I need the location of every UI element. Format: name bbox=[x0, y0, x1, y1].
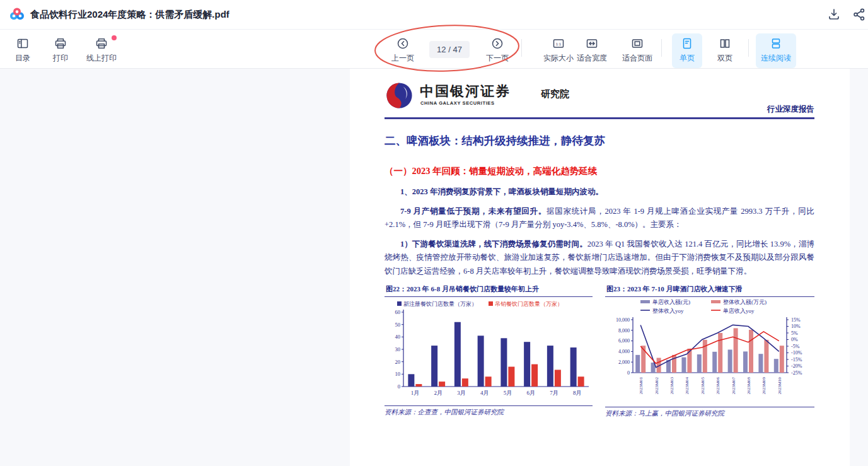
share-icon bbox=[852, 7, 867, 22]
galaxy-securities-logo bbox=[385, 81, 414, 110]
svg-text:20: 20 bbox=[395, 359, 401, 365]
fit-width-label: 适合宽度 bbox=[577, 53, 607, 64]
svg-text:2023M06: 2023M06 bbox=[715, 377, 720, 395]
document-title: 食品饮料行业2024年度策略：供需矛盾缓解.pdf bbox=[30, 0, 229, 29]
online-print-label: 线上打印 bbox=[86, 53, 117, 64]
actual-size-button[interactable]: 1:1 实际大小 bbox=[540, 37, 577, 64]
continuous-reading-label: 连续阅读 bbox=[761, 53, 791, 64]
svg-text:-10%: -10% bbox=[791, 350, 802, 356]
svg-text:10,000: 10,000 bbox=[616, 317, 630, 323]
svg-text:5%: 5% bbox=[791, 330, 798, 336]
double-page-icon bbox=[719, 37, 731, 50]
svg-text:1:1: 1:1 bbox=[556, 42, 562, 46]
share-button[interactable] bbox=[852, 7, 867, 22]
svg-text:5月: 5月 bbox=[504, 390, 512, 396]
svg-text:2023M07: 2023M07 bbox=[731, 377, 736, 395]
download-icon bbox=[826, 7, 842, 22]
svg-text:1月: 1月 bbox=[411, 390, 420, 396]
svg-text:2,000: 2,000 bbox=[618, 359, 630, 365]
print-button[interactable]: 打印 bbox=[47, 37, 74, 64]
figure-22: 图22：2023 年 6-8 月吊销餐饮门店数量较年初上升 新注册餐饮门店数量（… bbox=[385, 284, 593, 418]
toc-label: 目录 bbox=[15, 53, 30, 64]
download-button[interactable] bbox=[826, 7, 842, 22]
svg-text:0%: 0% bbox=[791, 337, 798, 342]
continuous-reading-icon bbox=[770, 37, 782, 50]
body-text: 1、2023 年消费弱复苏背景下，啤酒板块销量短期内波动。 7-9 月产销量低于… bbox=[385, 185, 814, 278]
svg-text:整体收入yoy: 整体收入yoy bbox=[652, 308, 684, 314]
prev-page-button[interactable]: 上一页 bbox=[389, 37, 417, 64]
svg-text:-5%: -5% bbox=[791, 344, 800, 349]
toolbar: 目录 打印 线上打印 上一页 12 / 47 下一页 bbox=[0, 29, 868, 69]
figure23-chart: 单店收入额(元)整体收入额(万元)整体收入yoy单店收入yoy02,0004,0… bbox=[605, 297, 814, 404]
online-print-button[interactable]: 线上打印 bbox=[81, 37, 122, 64]
chevron-right-circle-icon bbox=[491, 37, 504, 50]
pdf-viewer-window: 食品饮料行业2024年度策略：供需矛盾缓解.pdf 目录 打印 bbox=[0, 0, 868, 466]
svg-text:整体收入额(万元): 整体收入额(万元) bbox=[723, 299, 767, 305]
continuous-reading-button[interactable]: 连续阅读 bbox=[756, 33, 796, 68]
svg-text:2023M08: 2023M08 bbox=[746, 377, 751, 395]
next-page-button[interactable]: 下一页 bbox=[483, 37, 511, 64]
svg-text:8月: 8月 bbox=[573, 390, 582, 396]
notification-dot bbox=[112, 35, 117, 40]
paragraph: 7-9 月产销量低于预期，未来有望回升。据国家统计局，2023 年 1-9 月规… bbox=[385, 205, 814, 232]
svg-text:0: 0 bbox=[398, 383, 400, 390]
svg-text:2023M05: 2023M05 bbox=[700, 377, 705, 395]
actual-size-label: 实际大小 bbox=[543, 53, 574, 64]
svg-text:60: 60 bbox=[395, 309, 401, 315]
svg-text:2023M01: 2023M01 bbox=[639, 377, 644, 395]
report-type-label: 行业深度报告 bbox=[767, 104, 814, 115]
page-indicator[interactable]: 12 / 47 bbox=[429, 41, 470, 58]
brand-name-cn: 中国银河证券 bbox=[420, 82, 511, 101]
svg-text:-25%: -25% bbox=[791, 370, 802, 376]
figure22-chart: 新注册餐饮门店数量（万家）吊销餐饮门店数量（万家）01020304050601月… bbox=[385, 297, 593, 403]
svg-text:6月: 6月 bbox=[526, 390, 535, 396]
figure-23: 图23：2023 年 7-10 月啤酒门店收入增速下滑 单店收入额(元)整体收入… bbox=[605, 284, 814, 418]
paragraph: 1）下游餐饮渠道洗牌，线下消费场景修复仍需时间。2023 年 Q1 我国餐饮收入… bbox=[385, 238, 814, 279]
svg-text:新注册餐饮门店数量（万家）: 新注册餐饮门店数量（万家） bbox=[403, 301, 477, 307]
double-page-label: 双页 bbox=[717, 53, 732, 64]
figure22-source: 资料来源：企查查，中国银河证券研究院 bbox=[385, 405, 593, 417]
print-label: 打印 bbox=[53, 53, 68, 64]
fit-page-button[interactable]: 适合页面 bbox=[618, 37, 656, 64]
printer-icon bbox=[54, 37, 67, 50]
figures-row: 图22：2023 年 6-8 月吊销餐饮门店数量较年初上升 新注册餐饮门店数量（… bbox=[385, 284, 814, 418]
svg-text:15%: 15% bbox=[791, 317, 801, 323]
toolbar-divider bbox=[748, 39, 749, 57]
prev-page-label: 上一页 bbox=[391, 53, 414, 64]
chevron-left-circle-icon bbox=[396, 37, 409, 50]
svg-text:8,000: 8,000 bbox=[618, 328, 630, 334]
svg-text:2月: 2月 bbox=[434, 390, 443, 396]
svg-text:2023M04: 2023M04 bbox=[685, 377, 690, 395]
double-page-button[interactable]: 双页 bbox=[710, 37, 740, 64]
svg-text:30: 30 bbox=[395, 346, 401, 352]
svg-text:4,000: 4,000 bbox=[618, 349, 630, 354]
svg-text:2023M09: 2023M09 bbox=[761, 377, 767, 395]
toc-button[interactable]: 目录 bbox=[9, 37, 37, 64]
figure22-title: 图22：2023 年 6-8 月吊销餐饮门店数量较年初上升 bbox=[385, 284, 593, 297]
toc-icon bbox=[16, 37, 29, 50]
fit-page-label: 适合页面 bbox=[622, 53, 652, 64]
sub-heading: （一）2023 年回顾：销量短期波动，高端化趋势延续 bbox=[385, 165, 814, 177]
fit-page-icon bbox=[631, 37, 644, 50]
svg-text:2023M02: 2023M02 bbox=[654, 377, 659, 395]
brand-name-en: CHINA GALAXY SECURITIES bbox=[420, 100, 495, 106]
brand-suffix: 研究院 bbox=[541, 88, 569, 100]
fit-width-button[interactable]: 适合宽度 bbox=[573, 37, 611, 64]
svg-text:0: 0 bbox=[627, 370, 630, 376]
pdf-page: 中国银河证券 CHINA GALAXY SECURITIES 研究院 行业深度报… bbox=[350, 68, 850, 466]
svg-text:10: 10 bbox=[395, 371, 401, 377]
figure23-source: 资料来源：马上赢，中国银河证券研究院 bbox=[605, 407, 814, 418]
single-page-button[interactable]: 单页 bbox=[672, 33, 702, 68]
svg-text:-20%: -20% bbox=[791, 363, 802, 369]
svg-text:50: 50 bbox=[395, 322, 401, 328]
fit-width-icon bbox=[586, 37, 598, 50]
single-page-icon bbox=[681, 37, 693, 50]
toolbar-divider bbox=[521, 39, 522, 57]
paragraph: 1、2023 年消费弱复苏背景下，啤酒板块销量短期内波动。 bbox=[385, 185, 814, 199]
toolbar-divider bbox=[661, 39, 662, 57]
report-header: 中国银河证券 CHINA GALAXY SECURITIES 研究院 行业深度报… bbox=[385, 79, 814, 119]
svg-text:10%: 10% bbox=[791, 323, 801, 329]
title-bar: 食品饮料行业2024年度策略：供需矛盾缓解.pdf bbox=[0, 0, 868, 30]
svg-text:-15%: -15% bbox=[791, 357, 802, 363]
actual-size-icon: 1:1 bbox=[552, 37, 565, 50]
